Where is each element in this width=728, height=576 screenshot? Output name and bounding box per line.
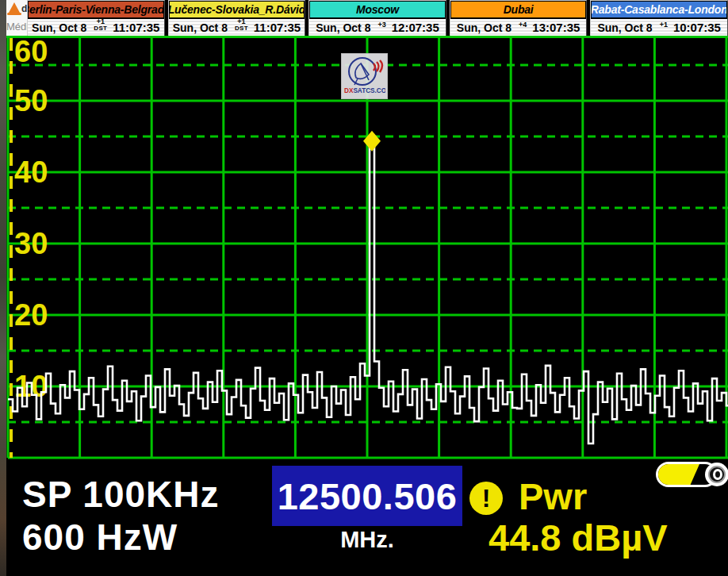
vlc-window-fragment[interactable]: ds Médiu <box>6 0 27 38</box>
status-bar: SP 100KHz 600 HzW 12500.506 MHz. ! Pwr 4… <box>6 467 728 576</box>
clock-time: 10:07:35 <box>673 21 721 34</box>
span-setting: SP 100KHz <box>22 473 220 516</box>
y-axis-tick-label: 20 <box>14 298 48 332</box>
clock-city-label: Berlin-Paris-Vienna-Belgrade <box>28 1 164 19</box>
utc-offset: +4 <box>519 21 527 29</box>
battery-fill <box>658 464 699 485</box>
logo-text-dx: DX <box>344 87 354 94</box>
clock-date: Sun, Oct 8 <box>173 21 228 34</box>
frequency-readout: 12500.506 <box>272 466 462 526</box>
logo-text-rest: SATCS.COM <box>353 87 385 94</box>
clock-city-label: Lučenec-Slovakia_R.Dávid <box>169 1 305 19</box>
y-axis-tick-label: 40 <box>14 156 48 189</box>
clock-time: 12:07:35 <box>392 21 439 34</box>
clock-time-row: Sun, Oct 8 +4 13:07:35 <box>450 19 587 36</box>
clock-time-row: Sun, Oct 8 +3 12:07:35 <box>309 19 446 36</box>
utc-offset: +1 <box>660 21 668 29</box>
clock-date: Sun, Oct 8 <box>316 21 370 34</box>
clock-city-label: Dubai <box>450 1 587 19</box>
utc-offset-block: +1 DST <box>235 19 248 32</box>
clock-panel-dubai: Dubai Sun, Oct 8 +4 13:07:35 <box>450 0 588 36</box>
svg-text:DXSATCS.COM: DXSATCS.COM <box>344 87 385 94</box>
utc-offset-block: +4 <box>519 21 527 29</box>
clock-panel-rabat: Rabat-Casablanca-London Sun, Oct 8 +1 10… <box>590 0 728 36</box>
clock-panel-lucenec: Lučenec-Slovakia_R.Dávid Sun, Oct 8 +1 D… <box>168 0 306 36</box>
clock-panel-moscow: Moscow Sun, Oct 8 +3 12:07:35 <box>308 0 446 36</box>
clock-date: Sun, Oct 8 <box>32 21 86 34</box>
dst-label: DST <box>94 25 107 32</box>
vlc-title-text: ds <box>21 3 27 14</box>
clock-panel-berlin: Berlin-Paris-Vienna-Belgrade Sun, Oct 8 … <box>27 0 165 36</box>
spectrum-display: 605040302010 <box>6 36 728 467</box>
clock-city-label: Moscow <box>309 1 446 19</box>
frequency-unit: MHz. <box>272 527 462 553</box>
clock-time-row: Sun, Oct 8 +1 DST 11:07:35 <box>169 19 305 36</box>
peak-marker-icon <box>363 131 381 152</box>
clock-time: 13:07:35 <box>532 21 580 34</box>
satellite-dish-icon: DXSATCS.COM <box>342 54 385 97</box>
y-axis-tick-label: 50 <box>14 84 48 117</box>
battery-icon <box>656 462 726 489</box>
frequency-value: 12500.506 <box>278 474 458 518</box>
dxsatcs-logo: DXSATCS.COM <box>341 53 388 99</box>
vlc-cone-icon <box>9 2 20 13</box>
clock-time-row: Sun, Oct 8 +1 DST 11:07:35 <box>28 19 164 36</box>
world-clock-bar: Berlin-Paris-Vienna-Belgrade Sun, Oct 8 … <box>27 0 728 36</box>
utc-offset-block: +1 DST <box>94 19 107 32</box>
power-label: Pwr <box>519 474 587 518</box>
clock-date: Sun, Oct 8 <box>597 21 652 34</box>
power-value: 44.8 dBµV <box>489 516 668 559</box>
vlc-cone-base <box>7 13 21 15</box>
vlc-menu-text: Médiu <box>6 21 27 33</box>
utc-offset: +3 <box>377 21 385 29</box>
desktop-edge <box>0 0 6 576</box>
y-axis-tick-label: 60 <box>14 36 48 68</box>
clock-city-label: Rabat-Casablanca-London <box>591 1 727 19</box>
clock-date: Sun, Oct 8 <box>457 21 512 34</box>
y-axis-tick-label: 30 <box>14 227 48 260</box>
clock-time: 11:07:35 <box>254 21 301 34</box>
dst-label: DST <box>235 25 248 32</box>
utc-offset-block: +1 <box>660 21 668 29</box>
clock-time: 11:07:35 <box>113 21 159 34</box>
warning-icon: ! <box>469 482 503 515</box>
spectrum-plot: 605040302010 <box>6 36 728 467</box>
bandwidth-setting: 600 HzW <box>22 516 178 559</box>
clock-time-row: Sun, Oct 8 +1 10:07:35 <box>591 19 727 36</box>
utc-offset-block: +3 <box>377 21 385 29</box>
